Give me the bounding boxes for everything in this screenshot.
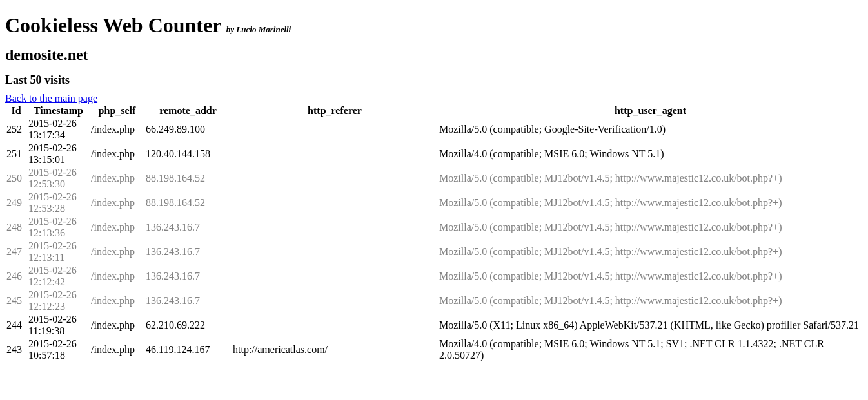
cell-ref	[232, 117, 438, 142]
cell-ref	[232, 289, 438, 313]
table-row: 2452015-02-26 12:12:23/index.php136.243.…	[5, 289, 863, 313]
table-row: 2512015-02-26 13:15:01/index.php120.40.1…	[5, 142, 863, 166]
cell-ts: 2015-02-26 12:12:42	[27, 264, 90, 289]
cell-self: /index.php	[90, 142, 144, 166]
table-header-row: Id Timestamp php_self remote_addr http_r…	[5, 104, 863, 117]
cell-ref: http://americatlas.com/	[232, 338, 438, 362]
cell-id: 250	[5, 166, 27, 191]
cell-addr: 88.198.164.52	[144, 191, 232, 215]
col-timestamp: Timestamp	[27, 104, 90, 117]
byline: by Lucio Marinelli	[226, 24, 291, 34]
cell-addr: 136.243.16.7	[144, 289, 232, 313]
cell-ua: Mozilla/5.0 (compatible; Google-Site-Ver…	[438, 117, 863, 142]
cell-id: 251	[5, 142, 27, 166]
cell-ref	[232, 191, 438, 215]
visits-table: Id Timestamp php_self remote_addr http_r…	[5, 104, 863, 362]
cell-addr: 46.119.124.167	[144, 338, 232, 362]
col-id: Id	[5, 104, 27, 117]
cell-id: 243	[5, 338, 27, 362]
table-row: 2502015-02-26 12:53:30/index.php88.198.1…	[5, 166, 863, 191]
cell-addr: 66.249.89.100	[144, 117, 232, 142]
cell-self: /index.php	[90, 289, 144, 313]
table-row: 2522015-02-26 13:17:34/index.php66.249.8…	[5, 117, 863, 142]
col-http-user-agent: http_user_agent	[438, 104, 863, 117]
section-heading: Last 50 visits	[5, 73, 863, 87]
cell-addr: 120.40.144.158	[144, 142, 232, 166]
table-row: 2472015-02-26 12:13:11/index.php136.243.…	[5, 240, 863, 264]
cell-ua: Mozilla/4.0 (compatible; MSIE 6.0; Windo…	[438, 142, 863, 166]
cell-id: 244	[5, 313, 27, 338]
cell-id: 245	[5, 289, 27, 313]
cell-addr: 136.243.16.7	[144, 240, 232, 264]
col-remote-addr: remote_addr	[144, 104, 232, 117]
cell-addr: 62.210.69.222	[144, 313, 232, 338]
cell-ref	[232, 240, 438, 264]
cell-self: /index.php	[90, 240, 144, 264]
cell-ua: Mozilla/5.0 (compatible; MJ12bot/v1.4.5;…	[438, 264, 863, 289]
col-php-self: php_self	[90, 104, 144, 117]
cell-ts: 2015-02-26 12:53:28	[27, 191, 90, 215]
cell-self: /index.php	[90, 117, 144, 142]
page-title: Cookieless Web Counter by Lucio Marinell…	[5, 14, 863, 37]
cell-self: /index.php	[90, 191, 144, 215]
cell-ts: 2015-02-26 13:15:01	[27, 142, 90, 166]
table-row: 2442015-02-26 11:19:38/index.php62.210.6…	[5, 313, 863, 338]
cell-addr: 88.198.164.52	[144, 166, 232, 191]
cell-ref	[232, 264, 438, 289]
col-http-referer: http_referer	[232, 104, 438, 117]
cell-id: 248	[5, 215, 27, 240]
cell-ua: Mozilla/5.0 (compatible; MJ12bot/v1.4.5;…	[438, 240, 863, 264]
cell-ref	[232, 313, 438, 338]
cell-id: 246	[5, 264, 27, 289]
table-row: 2462015-02-26 12:12:42/index.php136.243.…	[5, 264, 863, 289]
cell-addr: 136.243.16.7	[144, 264, 232, 289]
cell-self: /index.php	[90, 338, 144, 362]
cell-ref	[232, 166, 438, 191]
table-row: 2492015-02-26 12:53:28/index.php88.198.1…	[5, 191, 863, 215]
cell-ts: 2015-02-26 12:13:36	[27, 215, 90, 240]
cell-ua: Mozilla/5.0 (compatible; MJ12bot/v1.4.5;…	[438, 191, 863, 215]
site-name: demosite.net	[5, 46, 863, 64]
cell-ts: 2015-02-26 12:13:11	[27, 240, 90, 264]
cell-self: /index.php	[90, 313, 144, 338]
cell-ref	[232, 142, 438, 166]
cell-ua: Mozilla/5.0 (compatible; MJ12bot/v1.4.5;…	[438, 289, 863, 313]
cell-id: 247	[5, 240, 27, 264]
cell-self: /index.php	[90, 264, 144, 289]
cell-ref	[232, 215, 438, 240]
cell-ts: 2015-02-26 12:12:23	[27, 289, 90, 313]
cell-ua: Mozilla/5.0 (compatible; MJ12bot/v1.4.5;…	[438, 166, 863, 191]
cell-self: /index.php	[90, 166, 144, 191]
cell-self: /index.php	[90, 215, 144, 240]
cell-ua: Mozilla/4.0 (compatible; MSIE 6.0; Windo…	[438, 338, 863, 362]
cell-ts: 2015-02-26 13:17:34	[27, 117, 90, 142]
cell-ua: Mozilla/5.0 (compatible; MJ12bot/v1.4.5;…	[438, 215, 863, 240]
table-row: 2482015-02-26 12:13:36/index.php136.243.…	[5, 215, 863, 240]
cell-ts: 2015-02-26 11:19:38	[27, 313, 90, 338]
table-row: 2432015-02-26 10:57:18/index.php46.119.1…	[5, 338, 863, 362]
cell-ts: 2015-02-26 10:57:18	[27, 338, 90, 362]
cell-id: 249	[5, 191, 27, 215]
cell-ua: Mozilla/5.0 (X11; Linux x86_64) AppleWeb…	[438, 313, 863, 338]
cell-addr: 136.243.16.7	[144, 215, 232, 240]
title-text: Cookieless Web Counter	[5, 14, 221, 37]
cell-ts: 2015-02-26 12:53:30	[27, 166, 90, 191]
cell-id: 252	[5, 117, 27, 142]
back-link[interactable]: Back to the main page	[5, 93, 97, 104]
